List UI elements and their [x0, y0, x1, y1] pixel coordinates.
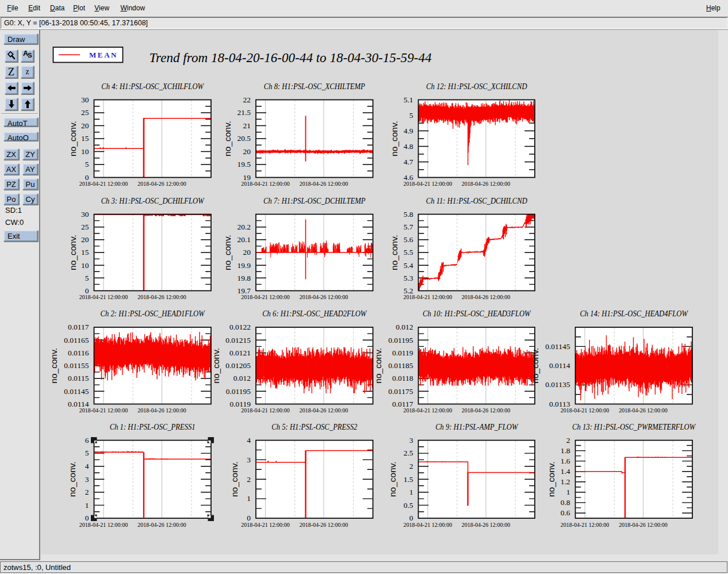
svg-text:1.8: 1.8 [561, 446, 570, 455]
svg-text:Ch 13: H1:PSL-OSC_PWRMETERFLOW: Ch 13: H1:PSL-OSC_PWRMETERFLOW [572, 422, 696, 431]
svg-text:Ch 10: H1:PSL-OSC_HEAD3FLOW: Ch 10: H1:PSL-OSC_HEAD3FLOW [423, 309, 531, 318]
svg-text:4: 4 [85, 462, 89, 470]
svg-text:Ch 9: H1:PSL-AMP_FLOW: Ch 9: H1:PSL-AMP_FLOW [435, 422, 519, 431]
svg-text:2018-04-26 12:00:00: 2018-04-26 12:00:00 [300, 407, 348, 414]
svg-text:1.6: 1.6 [561, 457, 570, 465]
svg-text:20.1: 20.1 [237, 235, 251, 244]
svg-text:no_conv.: no_conv. [49, 348, 59, 384]
svg-text:Ch 3: H1:PSL-OSC_DCHILFLOW: Ch 3: H1:PSL-OSC_DCHILFLOW [101, 196, 205, 205]
svg-text:Ch 14: H1:PSL-OSC_HEAD4FLOW: Ch 14: H1:PSL-OSC_HEAD4FLOW [580, 309, 688, 318]
svg-text:1: 1 [566, 488, 570, 496]
svg-text:Ch 1: H1:PSL-OSC_PRESS1: Ch 1: H1:PSL-OSC_PRESS1 [110, 422, 196, 431]
svg-text:2018-04-21 12:00:00: 2018-04-21 12:00:00 [79, 181, 128, 187]
svg-text:15: 15 [81, 248, 89, 257]
svg-text:2: 2 [566, 436, 570, 445]
svg-text:5: 5 [409, 111, 413, 120]
svg-text:no_conv.: no_conv. [68, 461, 78, 497]
svg-text:5.4: 5.4 [404, 261, 413, 270]
svg-text:25: 25 [81, 108, 89, 117]
svg-text:no_conv.: no_conv. [389, 121, 399, 156]
svg-text:20: 20 [81, 235, 89, 244]
svg-text:1.4: 1.4 [561, 467, 570, 476]
svg-text:Trend from 18-04-20-16-00-44 t: Trend from 18-04-20-16-00-44 to 18-04-30… [150, 51, 432, 65]
svg-text:20.2: 20.2 [237, 223, 251, 231]
svg-text:2018-04-21 12:00:00: 2018-04-21 12:00:00 [404, 522, 453, 528]
svg-text:0.0114: 0.0114 [549, 361, 570, 370]
svg-text:20.5: 20.5 [237, 134, 251, 143]
svg-text:2018-04-21 12:00:00: 2018-04-21 12:00:00 [79, 407, 128, 414]
svg-text:2018-04-21 12:00:00: 2018-04-21 12:00:00 [404, 407, 453, 414]
svg-text:25: 25 [81, 223, 89, 231]
svg-text:Ch 5: H1:PSL-OSC_PRESS2: Ch 5: H1:PSL-OSC_PRESS2 [271, 422, 357, 431]
svg-text:19.5: 19.5 [237, 160, 251, 169]
svg-text:0.0115: 0.0115 [68, 374, 89, 382]
svg-text:no_conv.: no_conv. [223, 235, 232, 270]
svg-text:no_conv.: no_conv. [211, 348, 221, 384]
svg-text:22: 22 [243, 95, 251, 104]
svg-text:2018-04-26 12:00:00: 2018-04-26 12:00:00 [619, 407, 668, 414]
svg-text:2018-04-26 12:00:00: 2018-04-26 12:00:00 [619, 522, 668, 528]
svg-text:5.6: 5.6 [404, 235, 413, 244]
svg-text:Ch 7: H1:PSL-OSC_DCHILTEMP: Ch 7: H1:PSL-OSC_DCHILTEMP [263, 196, 365, 205]
svg-text:no_conv.: no_conv. [531, 348, 541, 384]
svg-text:4.9: 4.9 [404, 127, 413, 135]
svg-text:Ch 4: H1:PSL-OSC_XCHILFLOW: Ch 4: H1:PSL-OSC_XCHILFLOW [101, 82, 204, 91]
svg-text:2018-04-26 12:00:00: 2018-04-26 12:00:00 [137, 294, 186, 300]
svg-text:1: 1 [247, 494, 251, 503]
svg-text:0.01205: 0.01205 [225, 361, 251, 370]
svg-text:1: 1 [409, 488, 413, 496]
svg-text:21: 21 [243, 121, 251, 130]
svg-text:2018-04-21 12:00:00: 2018-04-21 12:00:00 [241, 294, 290, 300]
svg-text:20: 20 [81, 121, 89, 130]
svg-text:19.9: 19.9 [237, 261, 251, 270]
svg-text:0.01145: 0.01145 [545, 342, 570, 351]
svg-text:1.5: 1.5 [404, 475, 413, 484]
svg-text:0.01145: 0.01145 [64, 387, 89, 396]
svg-text:5.8: 5.8 [404, 210, 413, 219]
svg-text:20: 20 [243, 147, 251, 156]
svg-text:0.0118: 0.0118 [392, 374, 413, 382]
svg-text:0.012: 0.012 [396, 323, 413, 331]
svg-text:1.2: 1.2 [561, 477, 570, 486]
svg-text:5: 5 [85, 274, 89, 282]
svg-text:0.012: 0.012 [233, 374, 251, 382]
svg-text:10: 10 [81, 261, 89, 270]
svg-text:no_conv.: no_conv. [229, 461, 239, 497]
svg-text:2018-04-21 12:00:00: 2018-04-21 12:00:00 [561, 407, 610, 414]
svg-text:2018-04-26 12:00:00: 2018-04-26 12:00:00 [462, 522, 511, 528]
svg-text:3: 3 [409, 436, 413, 445]
svg-text:2018-04-26 12:00:00: 2018-04-26 12:00:00 [300, 294, 348, 300]
svg-text:20: 20 [243, 248, 251, 257]
svg-text:0.6: 0.6 [561, 508, 570, 517]
svg-text:15: 15 [81, 134, 89, 143]
svg-text:30: 30 [81, 210, 89, 219]
svg-text:5.5: 5.5 [404, 248, 413, 257]
svg-text:2018-04-26 12:00:00: 2018-04-26 12:00:00 [137, 407, 186, 414]
svg-text:2018-04-26 12:00:00: 2018-04-26 12:00:00 [137, 181, 186, 187]
svg-text:0.01155: 0.01155 [64, 361, 89, 370]
svg-text:4.8: 4.8 [404, 142, 413, 151]
svg-text:4.7: 4.7 [404, 158, 413, 166]
svg-text:2018-04-26 12:00:00: 2018-04-26 12:00:00 [300, 181, 348, 187]
svg-text:0.01195: 0.01195 [388, 336, 413, 345]
svg-text:5: 5 [85, 449, 89, 457]
svg-text:5.1: 5.1 [404, 95, 413, 104]
svg-text:no_conv.: no_conv. [68, 121, 78, 156]
svg-text:0.0121: 0.0121 [229, 349, 251, 357]
svg-text:0.8: 0.8 [561, 498, 570, 507]
svg-text:2: 2 [247, 475, 251, 484]
svg-text:2018-04-21 12:00:00: 2018-04-21 12:00:00 [79, 294, 128, 300]
svg-text:Ch 11: H1:PSL-OSC_DCHILCND: Ch 11: H1:PSL-OSC_DCHILCND [426, 196, 527, 205]
svg-text:2018-04-21 12:00:00: 2018-04-21 12:00:00 [561, 522, 610, 528]
svg-text:5.7: 5.7 [404, 223, 413, 231]
svg-text:2018-04-21 12:00:00: 2018-04-21 12:00:00 [241, 181, 290, 187]
svg-text:0.5: 0.5 [404, 501, 413, 510]
svg-text:4: 4 [247, 436, 251, 445]
svg-text:2018-04-26 12:00:00: 2018-04-26 12:00:00 [462, 407, 511, 414]
svg-text:2018-04-26 12:00:00: 2018-04-26 12:00:00 [300, 522, 348, 528]
svg-text:3: 3 [85, 475, 89, 484]
svg-text:10: 10 [81, 147, 89, 156]
svg-text:2: 2 [409, 462, 413, 470]
svg-text:30: 30 [81, 95, 89, 104]
svg-text:5.3: 5.3 [404, 274, 413, 282]
